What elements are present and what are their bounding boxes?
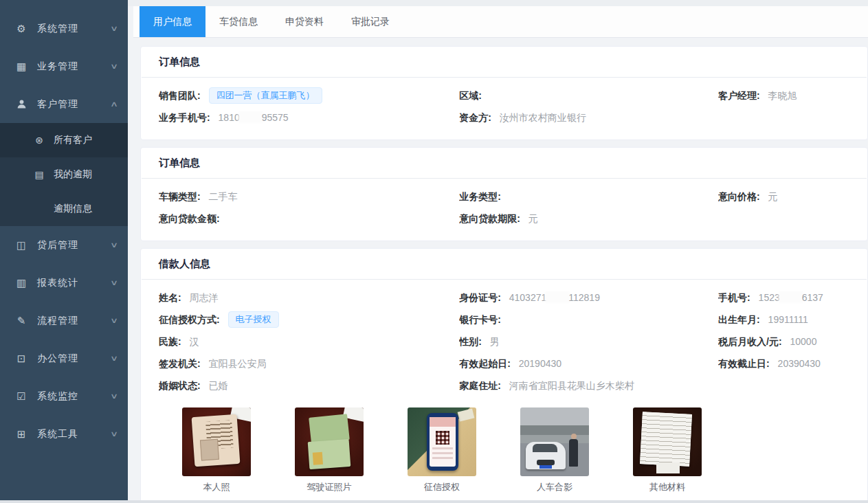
field-vehicle-type: 车辆类型: 二手车	[159, 186, 459, 208]
chevron-down-icon: ∨	[110, 62, 118, 71]
app-window: ⚙ 系统管理 ∨ ▦ 业务管理 ∨ 客户管理 ∧ ⊛ 所有客户 ▤ 我的逾期 逾…	[0, 0, 868, 503]
user-icon	[15, 98, 27, 110]
sidebar-item-business-mgmt[interactable]: ▦ 业务管理 ∨	[0, 47, 128, 85]
order-info-card: 订单信息 销售团队: 四团一营（直属王鹏飞） 区域: 客户经理:	[140, 46, 868, 140]
monitor-check-icon: ☑	[15, 390, 27, 403]
field-birth-date: 出生年月: 19911111	[718, 309, 849, 331]
field-business-phone: 业务手机号: 181095575	[159, 107, 459, 128]
grid-icon: ▦	[15, 60, 27, 73]
sidebar-item-label: 流程管理	[37, 315, 111, 327]
sidebar-item-system-mgmt[interactable]: ⚙ 系统管理 ∨	[0, 10, 128, 47]
monitor-icon: ▥	[15, 277, 27, 289]
person-with-car-photo-thumbnail[interactable]	[520, 407, 589, 476]
sidebar-item-label: 系统管理	[37, 23, 111, 35]
field-valid-from: 有效起始日: 20190430	[459, 353, 718, 375]
field-business-type: 业务类型:	[459, 186, 718, 208]
spacer	[718, 107, 849, 128]
sidebar: ⚙ 系统管理 ∨ ▦ 业务管理 ∨ 客户管理 ∧ ⊛ 所有客户 ▤ 我的逾期 逾…	[0, 0, 128, 500]
main-area: 用户信息 车贷信息 申贷资料 审批记录 订单信息 销售团队: 四团一营（直属王鹏…	[128, 0, 868, 503]
sidebar-item-office-mgmt[interactable]: ⊡ 办公管理 ∨	[0, 339, 128, 377]
sidebar-item-label: 客户管理	[37, 98, 111, 111]
chevron-down-icon: ∨	[110, 429, 118, 438]
sidebar-item-system-monitor[interactable]: ☑ 系统监控 ∨	[0, 377, 128, 415]
field-sales-team: 销售团队: 四团一营（直属王鹏飞）	[159, 85, 459, 107]
attachment-item: 驾驶证照片	[295, 407, 364, 493]
chevron-up-icon: ∧	[110, 100, 118, 109]
phone-qr-photo-thumbnail[interactable]	[408, 407, 476, 476]
field-valid-until: 有效截止日: 20390430	[718, 353, 849, 375]
field-bank-card: 银行卡号:	[459, 309, 718, 331]
sidebar-submenu-customer: ⊛ 所有客户 ▤ 我的逾期 逾期信息	[0, 123, 128, 226]
redaction-blur	[780, 293, 802, 302]
field-id-number: 身份证号: 4103271112819	[459, 287, 718, 309]
chevron-down-icon: ∨	[110, 392, 118, 401]
tab-car-loan-info[interactable]: 车贷信息	[205, 6, 271, 37]
attachment-gallery: 本人照 驾驶证照片	[141, 398, 867, 493]
redaction-blur	[240, 113, 262, 122]
field-marital-status: 婚姻状态: 已婚	[159, 375, 459, 396]
tab-approval-records[interactable]: 审批记录	[337, 6, 403, 37]
attachment-caption: 本人照	[182, 481, 251, 493]
chevron-down-icon: ∨	[110, 24, 118, 33]
sidebar-item-label: 所有客户	[54, 134, 92, 146]
attachment-item: 其他材料	[633, 407, 702, 493]
sidebar-item-all-customers[interactable]: ⊛ 所有客户	[0, 123, 128, 157]
chevron-down-icon: ∨	[110, 241, 118, 249]
field-intended-price: 意向价格: 元	[718, 186, 849, 208]
card-title: 借款人信息	[141, 258, 867, 279]
attachment-item: 征信授权	[408, 407, 476, 493]
content: 订单信息 销售团队: 四团一营（直属王鹏飞） 区域: 客户经理:	[133, 38, 868, 503]
attachment-item: 本人照	[182, 407, 251, 493]
field-intended-loan-term: 意向贷款期限: 元	[459, 208, 718, 230]
sidebar-item-process-mgmt[interactable]: ✎ 流程管理 ∨	[0, 302, 128, 339]
spacer	[718, 208, 849, 230]
sidebar-item-label: 系统工具	[37, 428, 111, 440]
sidebar-item-label: 报表统计	[37, 277, 111, 289]
sidebar-item-postloan-mgmt[interactable]: ◫ 贷后管理 ∨	[0, 226, 128, 264]
field-issuing-authority: 签发机关: 宜阳县公安局	[159, 353, 459, 375]
field-fund-provider: 资金方: 汝州市农村商业银行	[459, 107, 718, 128]
field-name: 姓名: 周志洋	[159, 287, 459, 309]
sidebar-item-my-overdue[interactable]: ▤ 我的逾期	[0, 157, 128, 192]
credit-auth-tag: 电子授权	[228, 311, 279, 328]
field-region: 区域:	[459, 85, 718, 107]
sidebar-item-label: 业务管理	[37, 60, 111, 73]
document-photo-thumbnail[interactable]	[633, 407, 702, 476]
toolbox-icon: ⊞	[15, 428, 27, 440]
top-strip	[128, 0, 868, 6]
sidebar-item-label: 办公管理	[37, 353, 111, 365]
borrower-info-card: 借款人信息 姓名: 周志洋 身份证号: 4103271112819 手机	[140, 248, 868, 503]
sidebar-item-system-tools[interactable]: ⊞ 系统工具 ∨	[0, 415, 128, 453]
chevron-down-icon: ∨	[110, 316, 118, 325]
id-card-photo-thumbnail[interactable]	[182, 407, 251, 476]
horizontal-scrollbar-track[interactable]	[0, 500, 868, 503]
chevron-down-icon: ∨	[110, 278, 118, 287]
sidebar-item-overdue-info[interactable]: 逾期信息	[0, 192, 128, 226]
gear-icon: ⚙	[15, 23, 27, 35]
attachment-item: 人车合影	[520, 407, 589, 493]
license-booklet-photo-thumbnail[interactable]	[295, 407, 364, 476]
sidebar-item-label: 逾期信息	[54, 203, 92, 215]
field-gender: 性别: 男	[459, 331, 718, 353]
office-icon: ⊡	[15, 353, 27, 365]
card-title: 订单信息	[141, 56, 867, 77]
card-title: 订单信息	[141, 157, 867, 178]
edit-icon: ✎	[15, 315, 27, 327]
sidebar-item-report-stats[interactable]: ▥ 报表统计 ∨	[0, 264, 128, 302]
book-icon: ◫	[15, 239, 27, 252]
field-intended-loan-amount: 意向贷款金额:	[159, 208, 459, 230]
vehicle-order-info-card: 订单信息 车辆类型: 二手车 业务类型: 意向价格:	[140, 147, 868, 241]
field-credit-auth-method: 征信授权方式: 电子授权	[159, 309, 459, 331]
notebook-icon: ▤	[33, 169, 45, 180]
attachment-caption: 其他材料	[633, 481, 702, 493]
tab-bar: 用户信息 车贷信息 申贷资料 审批记录	[133, 6, 868, 38]
sidebar-item-customer-mgmt[interactable]: 客户管理 ∧	[0, 85, 128, 123]
sidebar-item-label: 我的逾期	[54, 168, 92, 181]
sidebar-item-label: 贷后管理	[37, 239, 111, 252]
attachment-caption: 人车合影	[520, 481, 589, 493]
spacer	[718, 375, 849, 396]
field-ethnicity: 民族: 汉	[159, 331, 459, 353]
tab-loan-application-docs[interactable]: 申贷资料	[271, 6, 337, 37]
field-account-manager: 客户经理: 李晓旭	[718, 85, 849, 107]
tab-user-info[interactable]: 用户信息	[140, 6, 205, 37]
